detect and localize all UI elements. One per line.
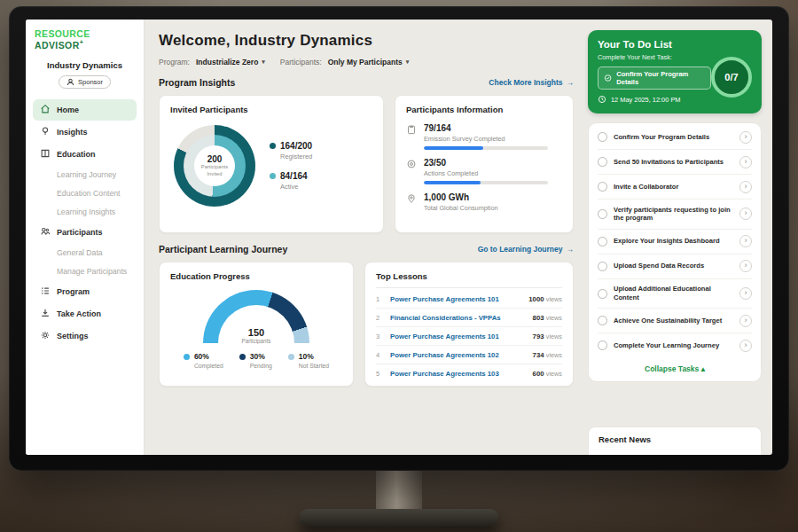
chevron-right-icon[interactable]: › xyxy=(739,260,752,272)
top-lessons-card: Top Lessons 1 Power Purchase Agreements … xyxy=(364,262,574,387)
todo-item[interactable]: Upload Spend Data Records › xyxy=(598,254,752,279)
lightbulb-icon xyxy=(40,126,51,138)
legend-item-registered: 164/200 Registered xyxy=(270,141,312,160)
chevron-up-icon: ▴ xyxy=(701,364,705,373)
clipboard-icon xyxy=(406,124,417,135)
chevron-right-icon[interactable]: › xyxy=(739,315,752,327)
sidebar-item-label: Participants xyxy=(57,228,103,237)
go-to-learning-journey-link[interactable]: Go to Learning Journey → xyxy=(478,245,574,254)
sidebar-item-education[interactable]: Education xyxy=(33,144,137,165)
main-content: Welcome, Industry Dynamics Program: Indu… xyxy=(145,20,584,455)
todo-item[interactable]: Verify participants requesting to join t… xyxy=(598,200,752,230)
lesson-row: 2 Financial Considerations - VPPAs 803 v… xyxy=(376,309,562,327)
sidebar-item-home[interactable]: Home xyxy=(33,99,137,121)
sidebar-item-insights[interactable]: Insights xyxy=(33,121,137,143)
lesson-link[interactable]: Financial Considerations - VPPAs xyxy=(390,314,526,322)
donut-legend: 164/200 Registered 84/164 Active xyxy=(270,141,312,191)
sidebar-item-education-content[interactable]: Education Content xyxy=(33,184,137,202)
chevron-right-icon[interactable]: › xyxy=(739,207,752,220)
checkbox-icon[interactable] xyxy=(598,262,607,271)
checkbox-icon[interactable] xyxy=(598,237,607,246)
sidebar-nav: Home Insights Education Learning Journey… xyxy=(33,99,137,347)
location-pin-icon xyxy=(406,193,417,204)
clock-icon xyxy=(598,95,606,104)
invited-participants-card: Invited Participants 200 Participants In… xyxy=(159,95,384,233)
chevron-right-icon[interactable]: › xyxy=(739,287,752,300)
chevron-right-icon[interactable]: › xyxy=(739,235,752,247)
lesson-link[interactable]: Power Purchase Agreements 101 xyxy=(390,295,521,303)
card-title: Education Progress xyxy=(170,271,342,281)
sidebar-item-label: Settings xyxy=(57,332,89,340)
card-title: Invited Participants xyxy=(170,105,372,114)
sponsor-badge[interactable]: Sponsor xyxy=(59,75,111,89)
target-icon xyxy=(406,159,417,169)
check-more-insights-link[interactable]: Check More Insights → xyxy=(489,78,574,87)
chevron-right-icon[interactable]: › xyxy=(739,156,752,168)
sidebar-item-label: Education Content xyxy=(57,189,120,198)
program-select[interactable]: Industrialize Zero ▾ xyxy=(196,58,265,66)
collapse-tasks-link[interactable]: Collapse Tasks ▴ xyxy=(598,357,752,381)
sidebar-item-settings[interactable]: Settings xyxy=(33,325,137,347)
checkbox-icon[interactable] xyxy=(598,157,607,167)
actions-progress-bar xyxy=(424,181,548,184)
brand-advisor: ADVISOR xyxy=(35,40,80,51)
next-task-chip[interactable]: Confirm Your Program Details xyxy=(598,66,711,90)
todo-item[interactable]: Upload Additional Educational Content › xyxy=(598,279,752,309)
arrow-right-icon: → xyxy=(567,245,575,254)
sidebar-item-participants[interactable]: Participants xyxy=(33,222,137,243)
checkbox-icon[interactable] xyxy=(598,289,607,299)
chevron-right-icon[interactable]: › xyxy=(739,131,752,144)
legend-dot xyxy=(270,173,276,179)
legend-item-completed: 60% Completed xyxy=(184,352,223,369)
participants-select[interactable]: Only My Participants ▾ xyxy=(328,58,410,66)
learning-journey-header: Participant Learning Journey Go to Learn… xyxy=(159,244,574,254)
todo-item[interactable]: Confirm Your Program Details › xyxy=(598,125,752,150)
participants-select-value: Only My Participants xyxy=(328,58,403,66)
home-icon xyxy=(40,104,51,116)
todo-panel: Your To Do List Complete Your Next Task:… xyxy=(584,20,772,455)
todo-item[interactable]: Send 50 Invitations to Participants › xyxy=(598,150,752,175)
org-name: Industry Dynamics xyxy=(33,60,137,70)
sidebar-item-label: Home xyxy=(57,106,79,114)
checkbox-icon[interactable] xyxy=(598,182,607,192)
todo-item[interactable]: Explore Your Insights Dashboard › xyxy=(598,230,752,254)
gauge-center: 150 Participants xyxy=(203,327,309,344)
people-icon xyxy=(40,226,51,239)
sidebar-item-general-data[interactable]: General Data xyxy=(33,244,137,262)
todo-item[interactable]: Achieve One Sustainability Target › xyxy=(598,309,752,333)
sidebar-item-manage-participants[interactable]: Manage Participants xyxy=(33,262,137,280)
brand-resource: RESOURCE xyxy=(35,28,90,39)
checkbox-icon[interactable] xyxy=(598,132,607,142)
chevron-down-icon: ▾ xyxy=(262,59,265,66)
lesson-link[interactable]: Power Purchase Agreements 103 xyxy=(390,370,526,378)
lesson-link[interactable]: Power Purchase Agreements 101 xyxy=(390,332,526,340)
sidebar-item-label: Take Action xyxy=(57,309,101,318)
lesson-row: 1 Power Purchase Agreements 101 1000 vie… xyxy=(376,290,562,309)
sidebar-item-label: General Data xyxy=(57,248,103,257)
legend-item-pending: 30% Pending xyxy=(239,352,272,369)
legend-item-active: 84/164 Active xyxy=(270,171,312,191)
program-insights-header: Program Insights Check More Insights → xyxy=(159,77,574,88)
sidebar-item-learning-insights[interactable]: Learning Insights xyxy=(33,203,137,221)
chevron-right-icon[interactable]: › xyxy=(739,181,752,193)
gauge-legend: 60% Completed 30% Pending 10% Not Starte… xyxy=(170,352,342,369)
sidebar-item-label: Manage Participants xyxy=(57,267,127,276)
checkbox-icon[interactable] xyxy=(598,316,607,325)
sidebar-item-label: Learning Journey xyxy=(57,170,116,179)
chevron-down-icon: ▾ xyxy=(406,59,410,66)
chevron-right-icon[interactable]: › xyxy=(739,340,752,352)
sidebar-item-learning-journey[interactable]: Learning Journey xyxy=(33,166,137,184)
todo-summary-card: Your To Do List Complete Your Next Task:… xyxy=(588,30,762,113)
todo-item[interactable]: Invite a Collaborator › xyxy=(598,175,752,200)
checkbox-icon[interactable] xyxy=(598,209,607,219)
monitor-frame: RESOURCE ADVISOR+ Industry Dynamics Spon… xyxy=(9,6,789,471)
card-title: Participants Information xyxy=(406,105,562,114)
legend-dot xyxy=(270,143,276,149)
todo-item[interactable]: Complete Your Learning Journey › xyxy=(598,333,752,357)
checkbox-icon[interactable] xyxy=(598,340,607,350)
sidebar-item-take-action[interactable]: Take Action xyxy=(33,303,137,325)
monitor-stand-base xyxy=(300,509,498,527)
sidebar-item-program[interactable]: Program xyxy=(33,281,137,302)
sidebar: RESOURCE ADVISOR+ Industry Dynamics Spon… xyxy=(26,20,145,455)
lesson-link[interactable]: Power Purchase Agreements 102 xyxy=(390,351,526,359)
